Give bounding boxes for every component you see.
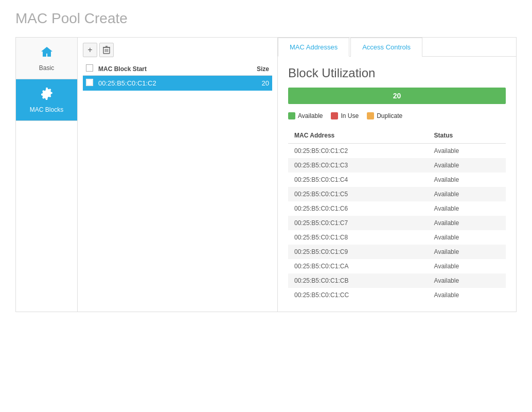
- check-col-header: [86, 64, 98, 73]
- table-row[interactable]: 00:25:B5:C0:C1:C2 20: [83, 76, 272, 91]
- page: MAC Pool Create Basic: [0, 0, 532, 412]
- status-cell: Available: [428, 288, 506, 302]
- mac-address-cell: 00:25:B5:C0:C1:C7: [288, 216, 428, 230]
- mac-col-header: MAC Block Start: [98, 65, 243, 73]
- legend-duplicate-dot: [367, 112, 374, 119]
- page-title: MAC Pool Create: [15, 10, 517, 27]
- mac-table-row[interactable]: 00:25:B5:C0:C1:C5 Available: [288, 187, 506, 201]
- status-cell: Available: [428, 216, 506, 230]
- mac-table-row[interactable]: 00:25:B5:C0:C1:CB Available: [288, 273, 506, 288]
- status-cell: Available: [428, 144, 506, 159]
- status-cell: Available: [428, 187, 506, 201]
- mac-table-row[interactable]: 00:25:B5:C0:C1:C9 Available: [288, 245, 506, 259]
- sidebar: Basic MAC Blocks: [15, 37, 77, 312]
- tabs: MAC Addresses Access Controls: [278, 38, 516, 57]
- tab-access-controls[interactable]: Access Controls: [350, 38, 422, 57]
- mac-address-cell: 00:25:B5:C0:C1:C4: [288, 173, 428, 187]
- mac-table-row[interactable]: 00:25:B5:C0:C1:C8 Available: [288, 230, 506, 245]
- status-cell: Available: [428, 173, 506, 187]
- mac-table-row[interactable]: 00:25:B5:C0:C1:CA Available: [288, 259, 506, 273]
- mac-address-col-header: MAC Address: [288, 128, 428, 144]
- mac-table-body: 00:25:B5:C0:C1:C2 Available 00:25:B5:C0:…: [288, 144, 506, 303]
- status-col-header: Status: [428, 128, 506, 144]
- legend-available-label: Available: [298, 112, 323, 119]
- home-icon: [40, 45, 54, 62]
- mac-address-cell: 00:25:B5:C0:C1:C9: [288, 245, 428, 259]
- status-cell: Available: [428, 230, 506, 245]
- legend-in-use: In Use: [331, 112, 359, 119]
- mac-address-cell: 00:25:B5:C0:C1:C6: [288, 201, 428, 216]
- mac-address-cell: 00:25:B5:C0:C1:C5: [288, 187, 428, 201]
- sidebar-item-basic[interactable]: Basic: [16, 38, 77, 79]
- status-cell: Available: [428, 245, 506, 259]
- row-mac: 00:25:B5:C0:C1:C2: [98, 79, 243, 87]
- mac-table-row[interactable]: 00:25:B5:C0:C1:C6 Available: [288, 201, 506, 216]
- content-left-panel: + MAC Block Start Size: [77, 37, 278, 312]
- mac-table-row[interactable]: 00:25:B5:C0:C1:C7 Available: [288, 216, 506, 230]
- sidebar-basic-label: Basic: [39, 64, 54, 72]
- progress-bar: 20: [288, 88, 506, 104]
- size-col-header: Size: [243, 65, 269, 73]
- progress-bar-container: 20: [288, 88, 506, 104]
- blocks-table-header: MAC Block Start Size: [83, 62, 272, 76]
- row-size: 20: [243, 79, 269, 87]
- mac-table-row[interactable]: 00:25:B5:C0:C1:C2 Available: [288, 144, 506, 159]
- mac-address-cell: 00:25:B5:C0:C1:CC: [288, 288, 428, 302]
- status-cell: Available: [428, 201, 506, 216]
- status-cell: Available: [428, 158, 506, 173]
- row-checkbox[interactable]: [86, 79, 93, 86]
- main-layout: Basic MAC Blocks +: [15, 37, 517, 312]
- blocks-table-body: 00:25:B5:C0:C1:C2 20: [83, 76, 272, 91]
- status-cell: Available: [428, 259, 506, 273]
- legend-duplicate-label: Duplicate: [377, 112, 402, 119]
- progress-bar-label: 20: [393, 92, 401, 100]
- sidebar-item-mac-blocks[interactable]: MAC Blocks: [16, 79, 77, 121]
- legend-in-use-dot: [331, 112, 338, 119]
- legend-in-use-label: In Use: [341, 112, 359, 119]
- gear-icon: [40, 87, 54, 104]
- legend-duplicate: Duplicate: [367, 112, 402, 119]
- status-cell: Available: [428, 273, 506, 288]
- toolbar: +: [83, 43, 272, 57]
- legend: Available In Use Duplicate: [288, 112, 506, 119]
- mac-address-cell: 00:25:B5:C0:C1:C2: [288, 144, 428, 159]
- mac-address-cell: 00:25:B5:C0:C1:C8: [288, 230, 428, 245]
- tab-mac-addresses[interactable]: MAC Addresses: [278, 38, 349, 57]
- delete-button[interactable]: [99, 43, 114, 57]
- mac-table-row[interactable]: 00:25:B5:C0:C1:C4 Available: [288, 173, 506, 187]
- legend-available: Available: [288, 112, 323, 119]
- mac-address-cell: 00:25:B5:C0:C1:CA: [288, 259, 428, 273]
- mac-addresses-table: MAC Address Status 00:25:B5:C0:C1:C2 Ava…: [288, 128, 506, 302]
- header-checkbox[interactable]: [86, 64, 93, 72]
- legend-available-dot: [288, 112, 295, 119]
- mac-table-row[interactable]: 00:25:B5:C0:C1:C3 Available: [288, 158, 506, 173]
- add-button[interactable]: +: [83, 43, 97, 57]
- mac-address-cell: 00:25:B5:C0:C1:CB: [288, 273, 428, 288]
- content-right-panel: MAC Addresses Access Controls Block Util…: [278, 37, 517, 312]
- mac-table-row[interactable]: 00:25:B5:C0:C1:CC Available: [288, 288, 506, 302]
- block-utilization-title: Block Utilization: [288, 66, 506, 80]
- sidebar-mac-blocks-label: MAC Blocks: [30, 106, 63, 113]
- mac-address-cell: 00:25:B5:C0:C1:C3: [288, 158, 428, 173]
- right-content: Block Utilization 20 Available In Use: [278, 57, 516, 312]
